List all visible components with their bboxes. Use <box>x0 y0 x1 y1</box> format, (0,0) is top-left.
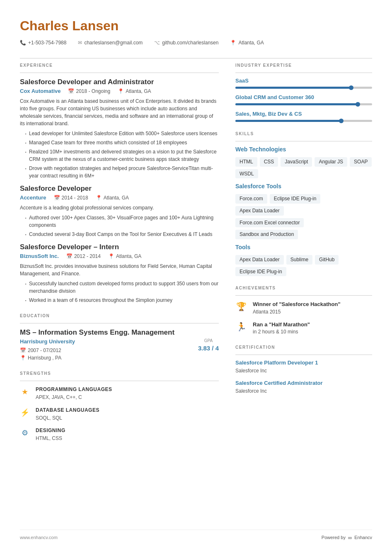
industry-section-label: INDUSTRY EXPERTISE <box>235 63 372 68</box>
achievement-2-title: Ran a "Half Marathon" <box>253 321 310 328</box>
job-2-company: Accenture <box>20 194 46 202</box>
edu-left: Harrisburg University 📅 2007 - 07/2012 📍… <box>20 338 75 362</box>
strength-2: ⚡ DATABASE LANGUAGES SOQL, SQL <box>20 407 219 422</box>
calendar-icon-3: 📅 <box>66 253 73 260</box>
email-text: charleslansen@gmail.com <box>84 39 143 46</box>
education-divider <box>20 323 219 323</box>
tag-wsdl: WSDL <box>235 169 258 179</box>
tag-apex-loader-2: Apex Data Loader <box>235 255 284 265</box>
job-2-meta: Accenture 📅 2014 - 2018 📍 Atlanta, GA <box>20 194 219 202</box>
certification-section-label: CERTIFICATION <box>235 345 372 350</box>
tag-forcecom: Force.com <box>235 194 267 204</box>
job-1: Salesforce Developer and Administrator C… <box>20 77 219 180</box>
strength-3-detail: HTML, CSS <box>36 435 65 442</box>
strength-1-detail: APEX, JAVA, C++, C <box>36 394 112 401</box>
email-icon: ✉ <box>78 39 82 46</box>
expertise-1-name: SaaS <box>235 77 372 85</box>
phone-text: +1-503-754-7988 <box>28 39 66 46</box>
footer-website: www.enhancv.com <box>20 535 58 541</box>
sf-tools-title: Salesforce Tools <box>235 182 372 191</box>
powered-by-text: Powered by <box>322 535 346 541</box>
strength-2-content: DATABASE LANGUAGES SOQL, SQL <box>36 407 99 422</box>
edu-school: Harrisburg University <box>20 338 75 345</box>
job-2-title: Salesforce Developer <box>20 184 219 194</box>
achievement-1-title: Winner of "Salesforce Hackathon" <box>253 301 341 308</box>
location-icon: 📍 <box>230 39 236 46</box>
tag-soap: SOAP <box>350 157 372 167</box>
job-1-bullet-1: Lead developer for Unlimited Salesforce … <box>25 130 219 137</box>
pin-icon-2: 📍 <box>96 194 102 202</box>
header-divider <box>20 58 372 58</box>
job-1-meta: Cox Automative 📅 2018 - Ongoing 📍 Atlant… <box>20 87 219 95</box>
skills-divider <box>235 141 372 141</box>
web-tech-title: Web Technologies <box>235 146 372 154</box>
strength-2-title: DATABASE LANGUAGES <box>36 407 99 414</box>
edu-dates: 📅 2007 - 07/2012 <box>20 347 61 354</box>
skills-list: Web Technologies HTML CSS JavaScript Ang… <box>235 146 372 276</box>
edu-location: 📍 Harrisburg , PA <box>20 355 75 362</box>
job-3-title: Salesforce Developer – Intern <box>20 242 219 252</box>
github-text: github.com/charleslansen <box>162 39 218 46</box>
job-2-location: 📍 Atlanta, GA <box>96 194 129 202</box>
pin-icon-1: 📍 <box>118 88 124 95</box>
web-tech-tags: HTML CSS JavaScript Angular JS SOAP WSDL <box>235 157 372 179</box>
strengths-divider <box>20 381 219 381</box>
expertise-2-bar-fill <box>235 103 358 105</box>
location-text: Atlanta, GA <box>238 39 264 46</box>
pin-icon-edu: 📍 <box>20 355 26 362</box>
expertise-3-bar-bg <box>235 120 372 122</box>
achievement-2: 🏃 Ran a "Half Marathon" in 2 hours & 10 … <box>235 321 372 335</box>
strength-1: ★ PROGRAMMING LANGUAGES APEX, JAVA, C++,… <box>20 386 219 401</box>
cert-1-name: Salesforce Platform Developer 1 <box>235 359 372 367</box>
job-1-bullet-2: Managed Case team for three months which… <box>25 139 219 146</box>
resume-header: Charles Lansen 📞 +1-503-754-7988 ✉ charl… <box>20 17 372 46</box>
strengths-list: ★ PROGRAMMING LANGUAGES APEX, JAVA, C++,… <box>20 386 219 442</box>
experience-section-label: EXPERIENCE <box>20 63 219 68</box>
achievement-1: 🏆 Winner of "Salesforce Hackathon" Atlan… <box>235 301 372 315</box>
tools-title: Tools <box>235 243 372 252</box>
calendar-icon-2: 📅 <box>54 194 60 202</box>
edu-degree: MS – Information Systems Engg. Managemen… <box>20 328 219 338</box>
github-icon: ⌥ <box>154 39 160 46</box>
job-2: Salesforce Developer Accenture 📅 2014 - … <box>20 184 219 238</box>
calendar-icon-edu: 📅 <box>20 347 26 354</box>
gpa-value: 3.83 / 4 <box>198 344 219 352</box>
job-2-bullet-1: Authored over 100+ Apex Classes, 30+ Vis… <box>25 214 219 229</box>
contact-github: ⌥ github.com/charleslansen <box>154 39 218 46</box>
resume-page: Charles Lansen 📞 +1-503-754-7988 ✉ charl… <box>0 0 392 554</box>
job-1-title: Salesforce Developer and Administrator <box>20 77 219 87</box>
strength-3-title: DESIGNING <box>36 427 65 434</box>
expertise-3: Sales, Mktg, Biz Dev & CS <box>235 110 372 122</box>
achievements-list: 🏆 Winner of "Salesforce Hackathon" Atlan… <box>235 301 372 335</box>
job-3-desc: BiznusSoft Inc. provides innovative busi… <box>20 262 219 277</box>
experience-divider <box>20 73 219 73</box>
industry-divider <box>235 73 372 73</box>
expertise-1-bar-fill <box>235 87 352 89</box>
industry-expertise-list: SaaS Global CRM and Customer 360 Sales, … <box>235 77 372 122</box>
achievement-1-content: Winner of "Salesforce Hackathon" Atlanta… <box>253 301 341 315</box>
job-3-dates: 📅 2012 - 2014 <box>66 253 101 260</box>
certifications-list: Salesforce Platform Developer 1 Salesfor… <box>235 359 372 395</box>
tools-tags-2: Eclipse IDE Plug-in <box>235 267 372 277</box>
tag-css: CSS <box>260 157 278 167</box>
job-1-location: 📍 Atlanta, GA <box>118 88 151 95</box>
contact-email: ✉ charleslansen@gmail.com <box>78 39 143 46</box>
job-3-bullet-1: Successfully launched custom developed f… <box>25 280 219 295</box>
sf-tools-tags: Force.com Eclipse IDE Plug-in <box>235 194 372 204</box>
sf-tools-tags-4: Sandbox and Production <box>235 230 372 239</box>
job-3-bullets: Successfully launched custom developed f… <box>20 280 219 304</box>
expertise-1-bar-bg <box>235 87 372 89</box>
certification-divider <box>235 355 372 355</box>
job-1-dates: 📅 2018 - Ongoing <box>68 88 110 95</box>
strength-3: ⚙ DESIGNING HTML, CSS <box>20 427 219 442</box>
phone-icon: 📞 <box>20 39 26 46</box>
strength-2-detail: SOQL, SQL <box>36 415 99 422</box>
star-icon: ★ <box>20 387 30 397</box>
achievements-divider <box>235 295 372 296</box>
cert-1-issuer: Salesforce Inc <box>235 367 372 374</box>
sf-tools-tags-2: Apex Data Loader <box>235 206 372 216</box>
footer: www.enhancv.com Powered by ∞ Enhancv <box>20 530 372 542</box>
tag-sandbox: Sandbox and Production <box>235 230 298 239</box>
education-section-label: EDUCATION <box>20 313 219 319</box>
skills-section-label: SKILLS <box>235 131 372 137</box>
